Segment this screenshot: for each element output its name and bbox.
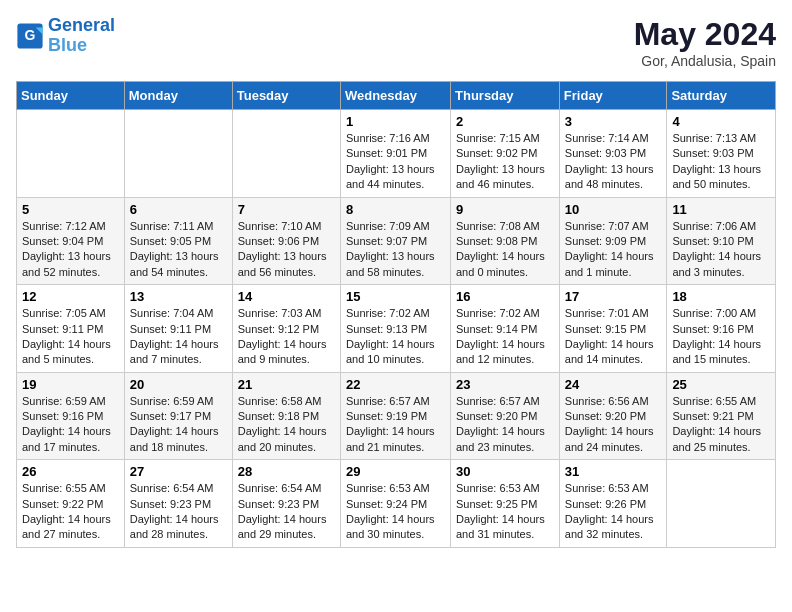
day-number: 11: [672, 202, 770, 217]
calendar-cell: 19Sunrise: 6:59 AMSunset: 9:16 PMDayligh…: [17, 372, 125, 460]
cell-content: Sunrise: 7:08 AMSunset: 9:08 PMDaylight:…: [456, 220, 545, 278]
calendar-cell: 1Sunrise: 7:16 AMSunset: 9:01 PMDaylight…: [340, 110, 450, 198]
logo-name: GeneralBlue: [48, 16, 115, 56]
calendar-cell: 8Sunrise: 7:09 AMSunset: 9:07 PMDaylight…: [340, 197, 450, 285]
weekday-header: Saturday: [667, 82, 776, 110]
cell-content: Sunrise: 7:03 AMSunset: 9:12 PMDaylight:…: [238, 307, 327, 365]
day-number: 16: [456, 289, 554, 304]
day-number: 1: [346, 114, 445, 129]
weekday-header-row: SundayMondayTuesdayWednesdayThursdayFrid…: [17, 82, 776, 110]
calendar-week-row: 5Sunrise: 7:12 AMSunset: 9:04 PMDaylight…: [17, 197, 776, 285]
day-number: 22: [346, 377, 445, 392]
weekday-header: Wednesday: [340, 82, 450, 110]
day-number: 5: [22, 202, 119, 217]
weekday-header: Monday: [124, 82, 232, 110]
calendar-week-row: 26Sunrise: 6:55 AMSunset: 9:22 PMDayligh…: [17, 460, 776, 548]
cell-content: Sunrise: 7:13 AMSunset: 9:03 PMDaylight:…: [672, 132, 761, 190]
calendar-cell: 10Sunrise: 7:07 AMSunset: 9:09 PMDayligh…: [559, 197, 667, 285]
calendar-cell: 29Sunrise: 6:53 AMSunset: 9:24 PMDayligh…: [340, 460, 450, 548]
calendar-cell: 20Sunrise: 6:59 AMSunset: 9:17 PMDayligh…: [124, 372, 232, 460]
cell-content: Sunrise: 6:59 AMSunset: 9:16 PMDaylight:…: [22, 395, 111, 453]
calendar: SundayMondayTuesdayWednesdayThursdayFrid…: [16, 81, 776, 548]
day-number: 10: [565, 202, 662, 217]
cell-content: Sunrise: 6:58 AMSunset: 9:18 PMDaylight:…: [238, 395, 327, 453]
title-block: May 2024 Gor, Andalusia, Spain: [634, 16, 776, 69]
day-number: 6: [130, 202, 227, 217]
cell-content: Sunrise: 6:55 AMSunset: 9:22 PMDaylight:…: [22, 482, 111, 540]
day-number: 26: [22, 464, 119, 479]
cell-content: Sunrise: 7:07 AMSunset: 9:09 PMDaylight:…: [565, 220, 654, 278]
calendar-cell: 27Sunrise: 6:54 AMSunset: 9:23 PMDayligh…: [124, 460, 232, 548]
calendar-week-row: 12Sunrise: 7:05 AMSunset: 9:11 PMDayligh…: [17, 285, 776, 373]
weekday-header: Friday: [559, 82, 667, 110]
cell-content: Sunrise: 6:53 AMSunset: 9:24 PMDaylight:…: [346, 482, 435, 540]
cell-content: Sunrise: 6:54 AMSunset: 9:23 PMDaylight:…: [130, 482, 219, 540]
cell-content: Sunrise: 7:02 AMSunset: 9:14 PMDaylight:…: [456, 307, 545, 365]
day-number: 15: [346, 289, 445, 304]
calendar-cell: 25Sunrise: 6:55 AMSunset: 9:21 PMDayligh…: [667, 372, 776, 460]
cell-content: Sunrise: 7:16 AMSunset: 9:01 PMDaylight:…: [346, 132, 435, 190]
calendar-cell: 4Sunrise: 7:13 AMSunset: 9:03 PMDaylight…: [667, 110, 776, 198]
cell-content: Sunrise: 7:12 AMSunset: 9:04 PMDaylight:…: [22, 220, 111, 278]
day-number: 9: [456, 202, 554, 217]
cell-content: Sunrise: 6:55 AMSunset: 9:21 PMDaylight:…: [672, 395, 761, 453]
calendar-cell: [17, 110, 125, 198]
svg-text:G: G: [25, 27, 36, 43]
cell-content: Sunrise: 7:01 AMSunset: 9:15 PMDaylight:…: [565, 307, 654, 365]
calendar-week-row: 19Sunrise: 6:59 AMSunset: 9:16 PMDayligh…: [17, 372, 776, 460]
cell-content: Sunrise: 6:57 AMSunset: 9:19 PMDaylight:…: [346, 395, 435, 453]
calendar-cell: 6Sunrise: 7:11 AMSunset: 9:05 PMDaylight…: [124, 197, 232, 285]
day-number: 8: [346, 202, 445, 217]
cell-content: Sunrise: 6:53 AMSunset: 9:26 PMDaylight:…: [565, 482, 654, 540]
calendar-week-row: 1Sunrise: 7:16 AMSunset: 9:01 PMDaylight…: [17, 110, 776, 198]
day-number: 25: [672, 377, 770, 392]
calendar-cell: 13Sunrise: 7:04 AMSunset: 9:11 PMDayligh…: [124, 285, 232, 373]
calendar-cell: 9Sunrise: 7:08 AMSunset: 9:08 PMDaylight…: [451, 197, 560, 285]
calendar-cell: [667, 460, 776, 548]
day-number: 29: [346, 464, 445, 479]
cell-content: Sunrise: 7:05 AMSunset: 9:11 PMDaylight:…: [22, 307, 111, 365]
calendar-cell: 17Sunrise: 7:01 AMSunset: 9:15 PMDayligh…: [559, 285, 667, 373]
day-number: 7: [238, 202, 335, 217]
weekday-header: Sunday: [17, 82, 125, 110]
calendar-cell: 31Sunrise: 6:53 AMSunset: 9:26 PMDayligh…: [559, 460, 667, 548]
day-number: 19: [22, 377, 119, 392]
calendar-cell: 11Sunrise: 7:06 AMSunset: 9:10 PMDayligh…: [667, 197, 776, 285]
month-title: May 2024: [634, 16, 776, 53]
weekday-header: Tuesday: [232, 82, 340, 110]
cell-content: Sunrise: 6:56 AMSunset: 9:20 PMDaylight:…: [565, 395, 654, 453]
day-number: 21: [238, 377, 335, 392]
cell-content: Sunrise: 7:14 AMSunset: 9:03 PMDaylight:…: [565, 132, 654, 190]
day-number: 30: [456, 464, 554, 479]
cell-content: Sunrise: 6:57 AMSunset: 9:20 PMDaylight:…: [456, 395, 545, 453]
cell-content: Sunrise: 7:15 AMSunset: 9:02 PMDaylight:…: [456, 132, 545, 190]
calendar-cell: 30Sunrise: 6:53 AMSunset: 9:25 PMDayligh…: [451, 460, 560, 548]
day-number: 20: [130, 377, 227, 392]
calendar-cell: 22Sunrise: 6:57 AMSunset: 9:19 PMDayligh…: [340, 372, 450, 460]
day-number: 28: [238, 464, 335, 479]
day-number: 23: [456, 377, 554, 392]
calendar-cell: [124, 110, 232, 198]
calendar-cell: 14Sunrise: 7:03 AMSunset: 9:12 PMDayligh…: [232, 285, 340, 373]
calendar-cell: 2Sunrise: 7:15 AMSunset: 9:02 PMDaylight…: [451, 110, 560, 198]
logo-icon: G: [16, 22, 44, 50]
day-number: 24: [565, 377, 662, 392]
cell-content: Sunrise: 7:02 AMSunset: 9:13 PMDaylight:…: [346, 307, 435, 365]
calendar-cell: 7Sunrise: 7:10 AMSunset: 9:06 PMDaylight…: [232, 197, 340, 285]
day-number: 2: [456, 114, 554, 129]
calendar-cell: 26Sunrise: 6:55 AMSunset: 9:22 PMDayligh…: [17, 460, 125, 548]
day-number: 14: [238, 289, 335, 304]
day-number: 27: [130, 464, 227, 479]
calendar-cell: 24Sunrise: 6:56 AMSunset: 9:20 PMDayligh…: [559, 372, 667, 460]
day-number: 4: [672, 114, 770, 129]
cell-content: Sunrise: 7:09 AMSunset: 9:07 PMDaylight:…: [346, 220, 435, 278]
cell-content: Sunrise: 7:04 AMSunset: 9:11 PMDaylight:…: [130, 307, 219, 365]
day-number: 13: [130, 289, 227, 304]
day-number: 3: [565, 114, 662, 129]
calendar-cell: 28Sunrise: 6:54 AMSunset: 9:23 PMDayligh…: [232, 460, 340, 548]
cell-content: Sunrise: 6:59 AMSunset: 9:17 PMDaylight:…: [130, 395, 219, 453]
calendar-cell: 3Sunrise: 7:14 AMSunset: 9:03 PMDaylight…: [559, 110, 667, 198]
calendar-cell: 23Sunrise: 6:57 AMSunset: 9:20 PMDayligh…: [451, 372, 560, 460]
cell-content: Sunrise: 6:53 AMSunset: 9:25 PMDaylight:…: [456, 482, 545, 540]
calendar-cell: 15Sunrise: 7:02 AMSunset: 9:13 PMDayligh…: [340, 285, 450, 373]
